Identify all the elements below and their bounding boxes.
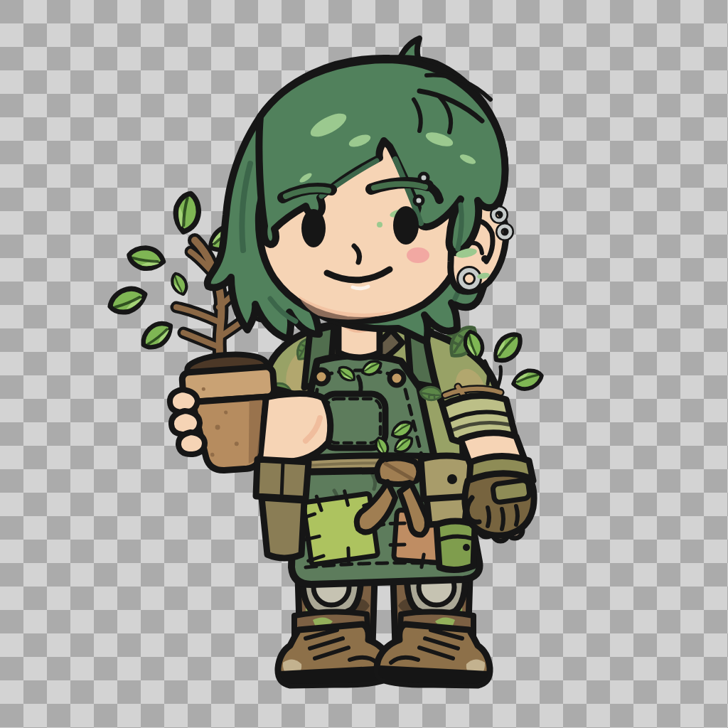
ear-stud <box>481 255 488 262</box>
glove-knuckle-pad <box>492 480 530 503</box>
lip-shine <box>353 287 368 289</box>
fingerless-glove <box>465 456 534 541</box>
transparency-checkerboard-background: Chibi gardener character on transparent … <box>0 0 728 728</box>
cheek-blush <box>407 247 429 263</box>
gripping-fingers <box>170 390 205 454</box>
strap-button-right <box>390 371 404 385</box>
left-pouch <box>256 459 309 558</box>
green-pouch <box>437 521 475 570</box>
right-eye <box>393 206 419 245</box>
pouch-dot <box>463 544 470 551</box>
head <box>208 38 510 358</box>
left-eye <box>301 209 326 247</box>
pouch-button <box>447 474 457 484</box>
eyebrow-stud <box>419 173 428 182</box>
character-illustration <box>0 0 728 728</box>
strap-button-left <box>314 370 328 384</box>
eyebrow-stud <box>414 196 423 205</box>
